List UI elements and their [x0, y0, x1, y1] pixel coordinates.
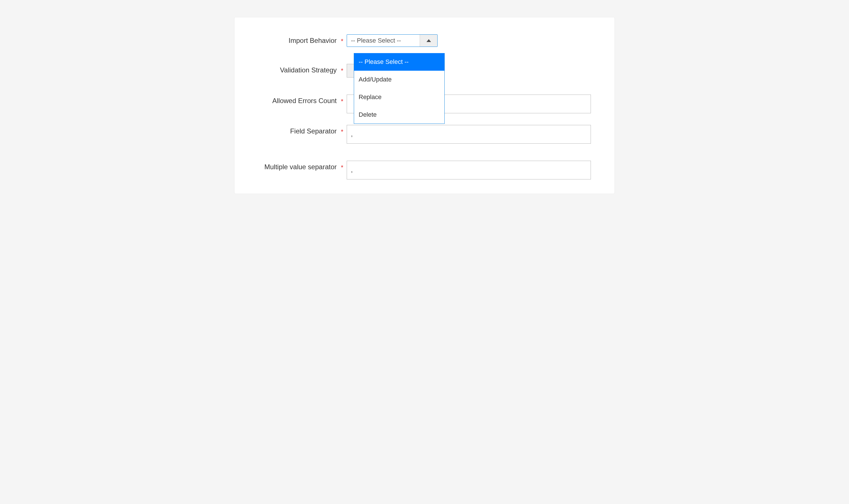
label-multiple-value-separator: Multiple value separator * — [243, 161, 347, 171]
form-card: Import Behavior * -- Please Select -- --… — [234, 17, 615, 194]
label-field-separator: Field Separator * — [243, 125, 347, 136]
field-import-behavior: -- Please Select -- — [347, 34, 606, 47]
required-marker: * — [341, 67, 343, 74]
label-text-import-behavior: Import Behavior — [288, 37, 337, 44]
label-text-multiple-value-separator: Multiple value separator — [264, 163, 337, 170]
label-validation-strategy: Validation Strategy * — [243, 64, 347, 74]
dropdown-toggle-button[interactable] — [420, 35, 437, 47]
required-marker: * — [341, 37, 343, 44]
dropdown-option-add-update[interactable]: Add/Update — [354, 71, 445, 88]
form-wrapper: Import Behavior * -- Please Select -- --… — [243, 34, 606, 179]
label-text-validation-strategy: Validation Strategy — [280, 66, 337, 74]
row-import-behavior: Import Behavior * -- Please Select -- — [243, 34, 606, 47]
required-marker: * — [341, 164, 343, 171]
label-text-field-separator: Field Separator — [290, 127, 337, 135]
dropdown-option-replace[interactable]: Replace — [354, 88, 445, 106]
field-separator-input[interactable] — [347, 125, 591, 144]
multiple-value-separator-input[interactable] — [347, 161, 591, 179]
import-behavior-select[interactable]: -- Please Select -- — [347, 34, 437, 47]
required-marker: * — [341, 98, 343, 105]
label-allowed-errors: Allowed Errors Count * — [243, 94, 347, 105]
label-text-allowed-errors: Allowed Errors Count — [272, 97, 337, 105]
import-behavior-dropdown: -- Please Select -- Add/Update Replace D… — [354, 53, 445, 124]
field-multiple-value-separator — [347, 161, 606, 179]
field-field-separator — [347, 125, 606, 144]
row-multiple-value-separator: Multiple value separator * — [243, 161, 606, 179]
required-marker: * — [341, 128, 343, 135]
chevron-up-icon — [427, 39, 431, 42]
dropdown-option-delete[interactable]: Delete — [354, 106, 445, 124]
import-behavior-selected-text: -- Please Select -- — [347, 35, 420, 47]
label-import-behavior: Import Behavior * — [243, 34, 347, 45]
row-field-separator: Field Separator * — [243, 125, 606, 144]
dropdown-option-please-select[interactable]: -- Please Select -- — [354, 53, 445, 71]
